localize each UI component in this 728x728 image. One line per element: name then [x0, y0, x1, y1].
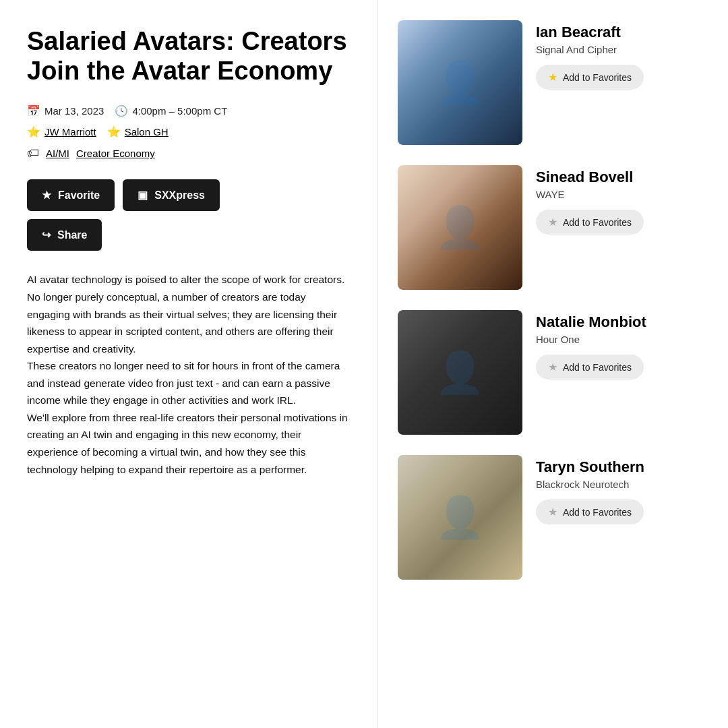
venue-item: ⭐ JW Marriott	[27, 125, 96, 138]
speaker-card: 👤 Natalie Monbiot Hour One ★ Add to Favo…	[398, 310, 708, 435]
speaker-name: Taryn Southern	[536, 458, 708, 476]
event-date: Mar 13, 2023	[44, 105, 104, 117]
favorite-star-icon: ★	[548, 216, 557, 229]
sxxpress-icon: ▣	[138, 189, 148, 202]
speaker-org: Hour One	[536, 334, 708, 345]
star-button-icon: ★	[42, 189, 51, 202]
venue-name[interactable]: JW Marriott	[44, 126, 96, 138]
share-icon: ↪	[42, 229, 51, 241]
speaker-info: Sinead Bovell WAYE ★ Add to Favorites	[536, 165, 708, 235]
share-row: ↪ Share	[27, 219, 350, 251]
speaker-name: Natalie Monbiot	[536, 313, 708, 331]
sxxpress-label: SXXpress	[154, 189, 205, 202]
calendar-icon: 📅	[27, 104, 40, 117]
add-to-favorites-button[interactable]: ★ Add to Favorites	[536, 210, 644, 235]
speaker-org: WAYE	[536, 189, 708, 200]
share-label: Share	[57, 229, 87, 241]
favorite-star-icon: ★	[548, 506, 557, 518]
photo-placeholder: 👤	[398, 165, 522, 290]
photo-placeholder: 👤	[398, 20, 522, 145]
speaker-info: Natalie Monbiot Hour One ★ Add to Favori…	[536, 310, 708, 380]
photo-placeholder: 👤	[398, 310, 522, 435]
left-panel: Salaried Avatars: Creators Join the Avat…	[0, 0, 377, 728]
venue-row: ⭐ JW Marriott ⭐ Salon GH	[27, 125, 350, 138]
star-room-icon: ⭐	[107, 125, 121, 138]
speaker-photo: 👤	[398, 20, 522, 145]
description-para-3: We'll explore from three real-life creat…	[27, 409, 350, 478]
add-to-favorites-button[interactable]: ★ Add to Favorites	[536, 65, 644, 90]
speaker-info: Ian Beacraft Signal And Cipher ★ Add to …	[536, 20, 708, 90]
event-description: AI avatar technology is poised to alter …	[27, 271, 350, 478]
action-buttons-row: ★ Favorite ▣ SXXpress	[27, 179, 350, 211]
speaker-photo: 👤	[398, 310, 522, 435]
event-time: 4:00pm – 5:00pm CT	[132, 105, 227, 117]
time-item: 🕓 4:00pm – 5:00pm CT	[115, 104, 227, 117]
description-para-2: These creators no longer need to sit for…	[27, 357, 350, 409]
sxxpress-button[interactable]: ▣ SXXpress	[123, 179, 220, 211]
event-title: Salaried Avatars: Creators Join the Avat…	[27, 27, 350, 86]
add-to-favorites-button[interactable]: ★ Add to Favorites	[536, 499, 644, 524]
speaker-card: 👤 Taryn Southern Blackrock Neurotech ★ A…	[398, 455, 708, 580]
add-to-favorites-button[interactable]: ★ Add to Favorites	[536, 355, 644, 380]
speaker-card: 👤 Ian Beacraft Signal And Cipher ★ Add t…	[398, 20, 708, 145]
favorite-button[interactable]: ★ Favorite	[27, 179, 115, 211]
speaker-name: Ian Beacraft	[536, 24, 708, 41]
speaker-info: Taryn Southern Blackrock Neurotech ★ Add…	[536, 455, 708, 524]
speaker-photo: 👤	[398, 455, 522, 580]
room-name[interactable]: Salon GH	[125, 126, 169, 138]
star-venue-icon: ⭐	[27, 125, 40, 138]
add-to-favorites-label: Add to Favorites	[563, 217, 632, 228]
add-to-favorites-label: Add to Favorites	[563, 72, 632, 83]
favorite-star-icon: ★	[548, 361, 557, 373]
tag-icon: 🏷	[27, 146, 39, 160]
tag-creator-economy[interactable]: Creator Economy	[76, 148, 155, 159]
favorite-label: Favorite	[58, 189, 100, 202]
add-to-favorites-label: Add to Favorites	[563, 507, 632, 518]
room-item: ⭐ Salon GH	[107, 125, 169, 138]
date-time-row: 📅 Mar 13, 2023 🕓 4:00pm – 5:00pm CT	[27, 104, 350, 117]
photo-placeholder: 👤	[398, 455, 522, 580]
description-para-1: AI avatar technology is poised to alter …	[27, 271, 350, 357]
speaker-org: Blackrock Neurotech	[536, 479, 708, 490]
tags-row: 🏷 AI/MI Creator Economy	[27, 146, 350, 160]
date-item: 📅 Mar 13, 2023	[27, 104, 104, 117]
speaker-name: Sinead Bovell	[536, 169, 708, 186]
tag-ai-mi[interactable]: AI/MI	[46, 148, 69, 159]
speaker-photo: 👤	[398, 165, 522, 290]
right-panel: 👤 Ian Beacraft Signal And Cipher ★ Add t…	[377, 0, 728, 728]
share-button[interactable]: ↪ Share	[27, 219, 102, 251]
speaker-card: 👤 Sinead Bovell WAYE ★ Add to Favorites	[398, 165, 708, 290]
favorite-star-icon: ★	[548, 71, 557, 84]
clock-icon: 🕓	[115, 104, 128, 117]
speaker-org: Signal And Cipher	[536, 44, 708, 55]
add-to-favorites-label: Add to Favorites	[563, 362, 632, 373]
